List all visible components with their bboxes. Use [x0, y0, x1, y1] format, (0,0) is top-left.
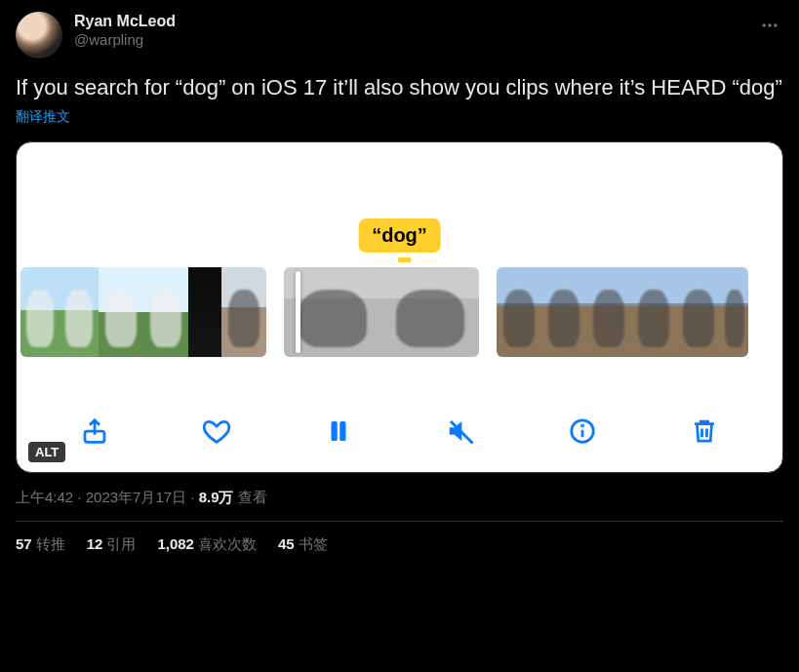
clip-thumbnail — [586, 267, 631, 357]
clip-thumbnail — [721, 267, 748, 357]
retweets-stat[interactable]: 57转推 — [16, 535, 65, 554]
svg-point-0 — [763, 23, 766, 26]
clip-thumbnail — [497, 267, 541, 357]
author-username[interactable]: @warpling — [74, 31, 176, 50]
tweet-meta: 上午4:42 · 2023年7月17日 · 8.9万 查看 — [16, 489, 783, 507]
svg-rect-4 — [332, 421, 338, 441]
alt-badge[interactable]: ALT — [28, 442, 65, 462]
clip-thumbnail — [541, 267, 586, 357]
clip-group-3[interactable] — [497, 267, 748, 357]
video-scrubber[interactable] — [17, 267, 782, 357]
clip-thumbnail — [381, 267, 479, 357]
media-toolbar — [17, 414, 782, 449]
mute-icon[interactable] — [443, 414, 478, 449]
svg-point-2 — [774, 23, 777, 26]
tweet-stats: 57转推 12引用 1,082喜欢次数 45书签 — [16, 522, 783, 554]
clip-thumbnail — [143, 267, 188, 357]
svg-rect-5 — [340, 421, 345, 441]
pause-icon[interactable] — [321, 414, 356, 449]
heart-icon[interactable] — [199, 414, 234, 449]
views-count: 8.9万 — [199, 489, 234, 505]
info-icon[interactable] — [565, 414, 600, 449]
tweet-date[interactable]: 2023年7月17日 — [86, 489, 186, 505]
clip-thumbnail — [631, 267, 676, 357]
tweet-text: If you search for “dog” on iOS 17 it’ll … — [16, 74, 783, 102]
scrubber-playhead[interactable] — [296, 271, 300, 353]
clip-group-2-active[interactable] — [284, 267, 479, 357]
clip-thumbnail — [99, 267, 143, 357]
trash-icon[interactable] — [687, 414, 722, 449]
quotes-stat[interactable]: 12引用 — [87, 535, 137, 554]
bookmarks-stat[interactable]: 45书签 — [278, 535, 328, 554]
clip-thumbnail — [20, 267, 60, 357]
clip-group-1[interactable] — [20, 267, 266, 357]
svg-point-1 — [768, 23, 771, 26]
tweet-media[interactable]: “dog” — [16, 141, 783, 473]
clip-thumbnail — [221, 267, 266, 357]
translate-link[interactable]: 翻译推文 — [16, 108, 70, 126]
svg-point-9 — [581, 424, 582, 425]
tweet-header: Ryan McLeod @warpling — [16, 12, 783, 59]
tweet-time[interactable]: 上午4:42 — [16, 489, 73, 505]
clip-thumbnail — [676, 267, 721, 357]
share-icon[interactable] — [77, 414, 112, 449]
clip-thumbnail — [60, 267, 99, 357]
more-button[interactable] — [756, 12, 783, 43]
clip-thumbnail — [188, 267, 221, 357]
likes-stat[interactable]: 1,082喜欢次数 — [157, 535, 257, 554]
views-label: 查看 — [234, 489, 267, 505]
search-tag-bubble: “dog” — [358, 218, 441, 253]
author-name[interactable]: Ryan McLeod — [74, 12, 176, 31]
avatar[interactable] — [16, 12, 62, 59]
